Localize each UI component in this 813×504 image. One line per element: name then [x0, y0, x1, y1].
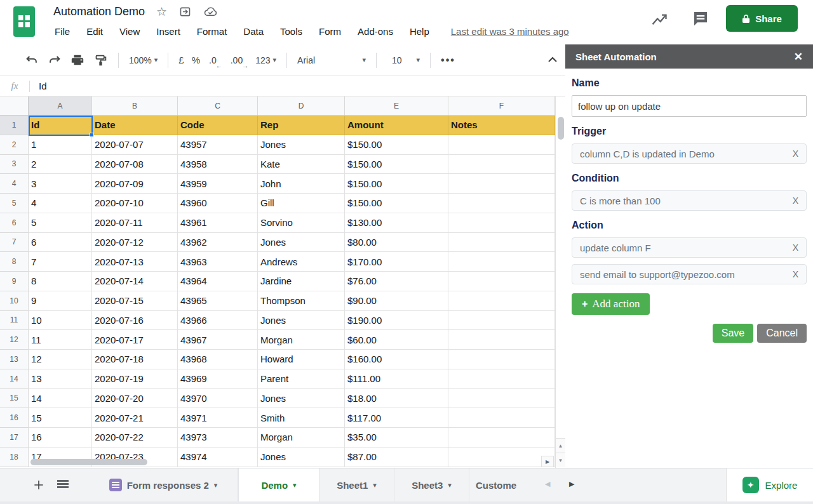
menu-format[interactable]: Format — [197, 26, 227, 37]
cell-d4[interactable]: John — [258, 174, 345, 194]
cell-d8[interactable]: Andrews — [258, 252, 345, 272]
cell-f16[interactable] — [448, 408, 555, 428]
increase-decimal-button[interactable]: .00 → — [231, 55, 243, 65]
row-number-11[interactable]: 11 — [0, 311, 29, 331]
cell-b5[interactable]: 2020-07-10 — [92, 194, 178, 213]
row-number-4[interactable]: 4 — [0, 174, 29, 194]
remove-action-icon[interactable]: X — [793, 269, 798, 279]
cell-c7[interactable]: 43962 — [178, 233, 258, 253]
row-number-2[interactable]: 2 — [0, 135, 29, 155]
formula-input[interactable]: Id — [39, 81, 47, 91]
explore-button[interactable]: ✦ Explore — [726, 468, 813, 501]
move-folder-icon[interactable] — [178, 5, 192, 18]
row-number-7[interactable]: 7 — [0, 233, 29, 253]
cell-a14[interactable]: 13 — [29, 369, 92, 389]
row-number-1[interactable]: 1 — [0, 116, 29, 135]
row-number-14[interactable]: 14 — [0, 369, 29, 389]
cell-a10[interactable]: 9 — [29, 291, 92, 311]
last-edit-link[interactable]: Last edit was 3 minutes ago — [451, 26, 569, 37]
cell-d5[interactable]: Gill — [258, 194, 345, 213]
cell-e8[interactable]: $170.00 — [345, 252, 448, 272]
cell-c16[interactable]: 43971 — [178, 408, 258, 428]
more-formats-button[interactable]: 123 ▾ — [255, 55, 276, 65]
cell-b9[interactable]: 2020-07-14 — [92, 272, 178, 291]
cell-c10[interactable]: 43965 — [178, 291, 258, 311]
cell-a17[interactable]: 16 — [29, 428, 92, 448]
automation-name-input[interactable] — [572, 95, 807, 117]
cell-e14[interactable]: $111.00 — [345, 369, 448, 389]
zoom-select[interactable]: 100% ▾ — [129, 55, 158, 65]
cell-b7[interactable]: 2020-07-12 — [92, 233, 178, 253]
cell-a9[interactable]: 8 — [29, 272, 92, 291]
row-number-12[interactable]: 12 — [0, 330, 29, 350]
paint-format-icon[interactable] — [92, 52, 109, 69]
cell-b6[interactable]: 2020-07-11 — [92, 213, 178, 233]
cell-e13[interactable]: $160.00 — [345, 350, 448, 369]
close-icon[interactable]: ✕ — [794, 50, 803, 63]
percent-format-button[interactable]: % — [192, 55, 200, 65]
scroll-up-icon[interactable]: ▲ — [556, 438, 565, 453]
cell-f17[interactable] — [448, 428, 555, 448]
column-header-b[interactable]: B — [92, 96, 178, 116]
menu-file[interactable]: File — [55, 26, 70, 37]
all-sheets-icon[interactable] — [57, 480, 70, 490]
comment-icon[interactable] — [691, 9, 710, 28]
cell-b10[interactable]: 2020-07-15 — [92, 291, 178, 311]
remove-action-icon[interactable]: X — [793, 242, 798, 253]
cell-d17[interactable]: Morgan — [258, 428, 345, 448]
row-number-18[interactable]: 18 — [0, 448, 29, 467]
sheets-logo-icon[interactable] — [13, 6, 36, 37]
menu-tools[interactable]: Tools — [280, 26, 302, 37]
row-number-15[interactable]: 15 — [0, 389, 29, 409]
row-number-5[interactable]: 5 — [0, 194, 29, 213]
cell-a1[interactable]: Id — [29, 116, 92, 135]
cell-f3[interactable] — [448, 155, 555, 175]
cell-c17[interactable]: 43973 — [178, 428, 258, 448]
cell-e12[interactable]: $60.00 — [345, 330, 448, 350]
vertical-scrollbar-thumb[interactable] — [558, 117, 564, 140]
remove-condition-icon[interactable]: X — [793, 196, 798, 206]
column-header-d[interactable]: D — [258, 96, 345, 116]
star-icon[interactable]: ☆ — [156, 6, 167, 18]
currency-format-button[interactable]: £ — [178, 55, 184, 65]
cell-e11[interactable]: $190.00 — [345, 311, 448, 331]
cell-e10[interactable]: $90.00 — [345, 291, 448, 311]
cell-f12[interactable] — [448, 330, 555, 350]
cell-a2[interactable]: 1 — [29, 135, 92, 155]
cell-b8[interactable]: 2020-07-13 — [92, 252, 178, 272]
cell-a13[interactable]: 12 — [29, 350, 92, 369]
cell-b12[interactable]: 2020-07-17 — [92, 330, 178, 350]
cell-b1[interactable]: Date — [92, 116, 178, 135]
cell-e15[interactable]: $18.00 — [345, 389, 448, 409]
cell-c3[interactable]: 43958 — [178, 155, 258, 175]
cell-f10[interactable] — [448, 291, 555, 311]
tab-scroll-left-icon[interactable]: ◀ — [545, 480, 550, 488]
cell-b3[interactable]: 2020-07-08 — [92, 155, 178, 175]
cell-f4[interactable] — [448, 174, 555, 194]
cell-d3[interactable]: Kate — [258, 155, 345, 175]
tab-form-responses-2[interactable]: Form responses 2▾ — [89, 468, 238, 501]
share-button[interactable]: Share — [726, 5, 798, 32]
cell-f8[interactable] — [448, 252, 555, 272]
font-size-select[interactable]: 10 ▾ — [387, 55, 420, 65]
cell-c11[interactable]: 43966 — [178, 311, 258, 331]
scroll-down-icon[interactable]: ▼ — [556, 453, 565, 467]
row-number-9[interactable]: 9 — [0, 272, 29, 291]
row-number-10[interactable]: 10 — [0, 291, 29, 311]
menu-help[interactable]: Help — [410, 26, 429, 37]
cell-d16[interactable]: Smith — [258, 408, 345, 428]
cell-d2[interactable]: Jones — [258, 135, 345, 155]
cell-b13[interactable]: 2020-07-18 — [92, 350, 178, 369]
remove-trigger-icon[interactable]: X — [793, 149, 798, 159]
cell-c1[interactable]: Code — [178, 116, 258, 135]
cell-e4[interactable]: $150.00 — [345, 174, 448, 194]
cell-a7[interactable]: 6 — [29, 233, 92, 253]
cell-f7[interactable] — [448, 233, 555, 253]
tab-demo[interactable]: Demo▾ — [238, 468, 319, 501]
cell-c15[interactable]: 43970 — [178, 389, 258, 409]
menu-insert[interactable]: Insert — [156, 26, 180, 37]
redo-icon[interactable] — [46, 52, 63, 69]
cell-a4[interactable]: 3 — [29, 174, 92, 194]
cell-d7[interactable]: Jones — [258, 233, 345, 253]
cell-a16[interactable]: 15 — [29, 408, 92, 428]
